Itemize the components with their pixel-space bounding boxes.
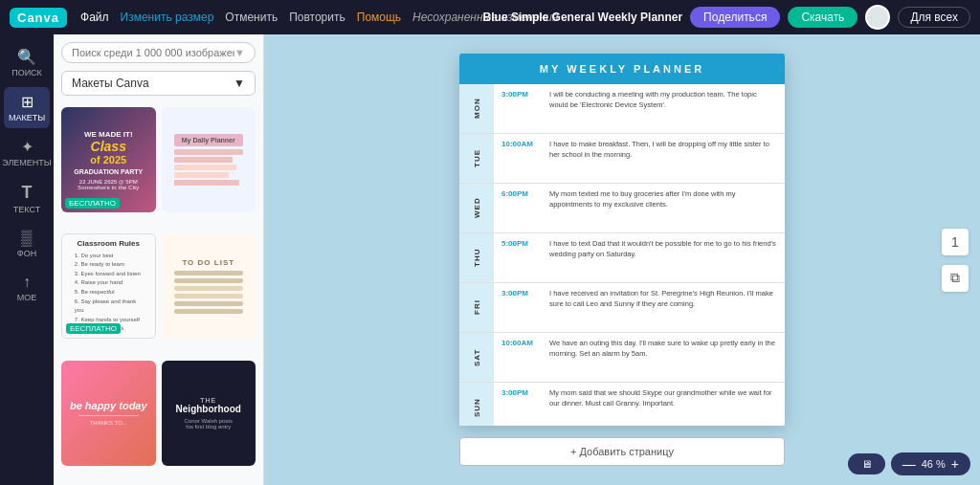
planner-title: MY WEEKLY PLANNER <box>475 63 769 75</box>
menu-redo[interactable]: Повторить <box>289 11 345 24</box>
table-row: SUN 3:00PM My mom said that we should Sk… <box>459 383 785 426</box>
thu-time: 5:00PM <box>501 239 542 248</box>
topbar: Canva Файл Изменить размер Отменить Повт… <box>0 0 980 34</box>
card-grad-title: Class <box>91 139 126 154</box>
day-sat: SAT <box>459 333 494 382</box>
template-card-todo[interactable]: TO DO LIST <box>162 233 256 339</box>
category-dropdown[interactable]: Макеты Canva ▼ <box>61 71 256 96</box>
card-happy-divider <box>78 415 139 416</box>
card-grad-subtitle: WE MADE IT! <box>84 130 133 139</box>
wed-time: 6:00PM <box>501 189 542 198</box>
add-page-button[interactable]: + Добавить страницу <box>459 437 785 466</box>
sidebar-label-layouts: МАКЕТЫ <box>9 113 45 122</box>
avatar[interactable] <box>865 5 890 30</box>
table-row: SAT 10:00AM We have an outing this day. … <box>459 333 785 383</box>
card-content-happy: be happy today THANKS TO... <box>61 361 156 466</box>
card-todo-title: TO DO LIST <box>182 258 234 267</box>
wed-text: My mom texted me to buy groceries after … <box>549 189 777 209</box>
planner-document[interactable]: MY WEEKLY PLANNER MON 3:00PM I will be c… <box>459 54 785 426</box>
zoom-plus-button[interactable]: + <box>951 457 959 471</box>
search-dropdown-icon: ▼ <box>234 47 245 58</box>
copy-page-button[interactable]: ⧉ <box>942 265 969 292</box>
tue-content: 10:00AM I have to make breakfast. Then, … <box>494 134 785 183</box>
screen-icon: 🖥 <box>861 458 872 470</box>
search-icon: 🔍 <box>17 48 36 66</box>
zoom-minus-button[interactable]: — <box>902 457 916 471</box>
card-grad-year: of 2025 <box>90 154 126 165</box>
card-grad-subtitle2: GRADUATION PARTY <box>74 168 143 175</box>
main-layout: 🔍 ПОИСК ⊞ МАКЕТЫ ✦ ЭЛЕМЕНТЫ T ТЕКСТ ▒ ФО… <box>0 34 980 485</box>
page-number: 1 <box>942 229 969 255</box>
table-row: MON 3:00PM I will be conducting a meetin… <box>459 84 785 134</box>
chevron-down-icon: ▼ <box>234 77 245 90</box>
mon-text: I will be conducting a meeting with my p… <box>549 90 777 110</box>
day-wed: WED <box>459 184 494 232</box>
sidebar-icons: 🔍 ПОИСК ⊞ МАКЕТЫ ✦ ЭЛЕМЕНТЫ T ТЕКСТ ▒ ФО… <box>0 34 54 485</box>
card-rules-list: 1. Do your best 2. Be ready to learn 3. … <box>75 252 143 334</box>
day-tue: TUE <box>459 134 494 183</box>
card-content-neighborhood: THE Neighborhood Conor Walsh postshis fi… <box>162 361 256 466</box>
daily-line-2 <box>174 157 234 163</box>
forall-button[interactable]: Для всех <box>898 7 970 28</box>
template-card-daily-planner[interactable]: My Daily Planner <box>162 107 256 212</box>
day-thu: THU <box>459 233 494 282</box>
daily-line-1 <box>174 149 243 155</box>
sidebar-item-my[interactable]: ↑ МОЕ <box>4 268 50 308</box>
menu-file[interactable]: Файл <box>80 11 109 24</box>
template-card-neighborhood[interactable]: THE Neighborhood Conor Walsh postshis fi… <box>162 361 256 466</box>
download-button[interactable]: Скачать <box>788 7 858 28</box>
card-happy-title: be happy today <box>70 400 147 411</box>
share-button[interactable]: Поделиться <box>690 7 780 28</box>
card-todo-items <box>174 271 243 314</box>
sidebar-item-background[interactable]: ▒ ФОН <box>4 224 50 264</box>
sidebar-item-layouts[interactable]: ⊞ МАКЕТЫ <box>4 87 50 128</box>
table-row: THU 5:00PM I have to text Dad that it wo… <box>459 233 785 283</box>
menu-undo[interactable]: Отменить <box>225 11 278 24</box>
panel: ▼ Макеты Canva ▼ WE MADE IT! Class of 20… <box>54 34 264 485</box>
menu-help[interactable]: Помощь <box>357 11 401 24</box>
topbar-right: Blue Simple General Weekly Planner Подел… <box>483 5 970 30</box>
search-input[interactable] <box>72 47 234 58</box>
thu-content: 5:00PM I have to text Dad that it wouldn… <box>494 233 785 282</box>
free-badge-grad: БЕСПЛАТНО <box>65 198 120 209</box>
sidebar-label-text: ТЕКСТ <box>13 205 40 214</box>
template-card-classroom-rules[interactable]: Classroom Rules 1. Do your best 2. Be re… <box>61 233 156 339</box>
zoom-control: — 46 % + <box>891 452 970 475</box>
daily-line-3 <box>174 165 236 170</box>
card-neighborhood-body: Conor Walsh postshis first blog entry <box>185 418 233 430</box>
canva-logo[interactable]: Canva <box>10 8 67 28</box>
canvas-right-tools: 1 ⧉ <box>942 229 969 292</box>
fri-content: 3:00PM I have received an invitation for… <box>494 283 785 332</box>
search-bar[interactable]: ▼ <box>61 42 256 63</box>
planner-rows: MON 3:00PM I will be conducting a meetin… <box>459 84 785 426</box>
card-neighborhood-title: Neighborhood <box>176 404 241 414</box>
todo-item-4 <box>174 294 243 298</box>
card-daily-lines <box>174 149 243 186</box>
templates-grid: WE MADE IT! Class of 2025 GRADUATION PAR… <box>54 103 263 485</box>
wed-content: 6:00PM My mom texted me to buy groceries… <box>494 184 785 232</box>
day-mon: MON <box>459 84 494 133</box>
sidebar-item-elements[interactable]: ✦ ЭЛЕМЕНТЫ <box>4 132 50 173</box>
template-card-happy[interactable]: be happy today THANKS TO... <box>61 361 156 466</box>
mon-time: 3:00PM <box>501 90 542 99</box>
sidebar-item-text[interactable]: T ТЕКСТ <box>4 177 50 220</box>
screen-view-button[interactable]: 🖥 <box>848 453 885 474</box>
card-content-rules: Classroom Rules 1. Do your best 2. Be re… <box>62 234 155 338</box>
daily-line-5 <box>174 180 240 186</box>
todo-item-5 <box>174 301 243 306</box>
template-card-graduation[interactable]: WE MADE IT! Class of 2025 GRADUATION PAR… <box>61 107 156 212</box>
sidebar-label-my: МОЕ <box>17 293 37 302</box>
card-rules-title: Classroom Rules <box>78 239 140 248</box>
fri-time: 3:00PM <box>501 289 542 298</box>
elements-icon: ✦ <box>21 138 33 156</box>
category-label: Макеты Canva <box>72 77 149 90</box>
todo-item-6 <box>174 309 243 314</box>
document-title: Blue Simple General Weekly Planner <box>483 11 683 24</box>
menu-resize[interactable]: Изменить размер <box>121 11 214 24</box>
sidebar-label-search: ПОИСК <box>11 68 42 77</box>
sidebar-item-search[interactable]: 🔍 ПОИСК <box>4 42 50 83</box>
table-row: TUE 10:00AM I have to make breakfast. Th… <box>459 134 785 184</box>
sun-content: 3:00PM My mom said that we should Skype … <box>494 383 785 426</box>
sidebar-label-elements: ЭЛЕМЕНТЫ <box>2 158 52 167</box>
canvas-area: MY WEEKLY PLANNER MON 3:00PM I will be c… <box>264 34 980 485</box>
